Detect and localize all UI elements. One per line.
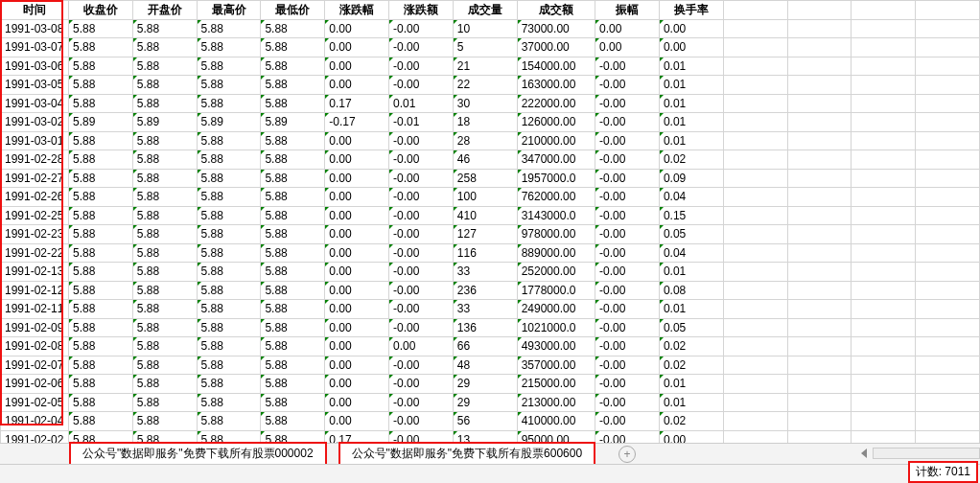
cell[interactable]: 1991-02-28 — [1, 150, 69, 170]
cell[interactable]: -0.00 — [389, 169, 454, 188]
cell-empty[interactable] — [916, 150, 980, 170]
cell[interactable]: 5.88 — [261, 19, 325, 38]
cell-empty[interactable] — [916, 169, 980, 188]
cell-empty[interactable] — [723, 150, 787, 170]
cell[interactable]: 5.88 — [197, 57, 261, 76]
cell[interactable]: -0.00 — [389, 38, 454, 58]
cell[interactable]: 5.88 — [197, 300, 261, 319]
cell[interactable]: 0.00 — [595, 19, 660, 38]
cell[interactable]: 66 — [453, 337, 517, 356]
cell[interactable]: 0.00 — [325, 188, 389, 207]
cell[interactable]: 0.02 — [659, 356, 723, 375]
cell-empty[interactable] — [916, 375, 980, 394]
cell[interactable]: 1991-03-02 — [1, 113, 69, 132]
cell[interactable]: 5.88 — [261, 281, 325, 300]
cell[interactable]: 5.88 — [261, 206, 325, 225]
cell-empty[interactable] — [916, 356, 980, 375]
cell[interactable]: 5.88 — [261, 356, 325, 375]
cell[interactable]: 5.88 — [68, 318, 132, 337]
cell-empty[interactable] — [787, 412, 852, 431]
cell[interactable]: 5.88 — [68, 38, 132, 58]
cell[interactable]: 5.88 — [68, 281, 132, 300]
cell[interactable]: 5.88 — [261, 131, 325, 150]
cell[interactable]: 762000.00 — [517, 188, 595, 207]
cell[interactable]: -0.00 — [389, 243, 454, 263]
cell[interactable]: 0.01 — [659, 263, 723, 282]
cell-empty[interactable] — [916, 393, 980, 412]
col-header[interactable]: 成交额 — [517, 1, 595, 20]
cell[interactable]: 1991-02-07 — [1, 356, 69, 375]
cell[interactable]: 0.01 — [659, 300, 723, 319]
cell[interactable]: 5.88 — [132, 169, 197, 188]
cell-empty[interactable] — [852, 393, 916, 412]
cell[interactable]: 5.88 — [261, 263, 325, 282]
cell[interactable]: -0.00 — [389, 375, 454, 394]
cell[interactable]: 357000.00 — [517, 356, 595, 375]
cell-empty[interactable] — [852, 188, 916, 207]
cell[interactable]: 5.88 — [68, 131, 132, 150]
cell[interactable]: 5.88 — [261, 393, 325, 412]
cell[interactable]: -0.00 — [595, 113, 660, 132]
cell[interactable]: 1991-02-23 — [1, 225, 69, 244]
cell-empty[interactable] — [787, 243, 852, 263]
cell-empty[interactable] — [852, 300, 916, 319]
cell[interactable]: 0.00 — [325, 19, 389, 38]
cell[interactable]: 1021000.0 — [517, 318, 595, 337]
col-header[interactable]: 成交量 — [453, 1, 517, 20]
cell[interactable]: 258 — [453, 169, 517, 188]
cell[interactable]: 0.00 — [325, 206, 389, 225]
cell[interactable]: 5.88 — [261, 337, 325, 356]
cell[interactable]: 0.04 — [659, 243, 723, 263]
cell[interactable]: 5.88 — [261, 188, 325, 207]
cell-empty[interactable] — [852, 57, 916, 76]
cell[interactable]: -0.00 — [595, 57, 660, 76]
cell[interactable]: 0.00 — [325, 131, 389, 150]
cell-empty[interactable] — [723, 94, 787, 113]
cell[interactable]: 46 — [453, 150, 517, 170]
cell[interactable]: 5.88 — [197, 131, 261, 150]
cell[interactable]: -0.00 — [595, 169, 660, 188]
cell[interactable]: -0.00 — [595, 281, 660, 300]
cell[interactable]: 5.88 — [197, 76, 261, 95]
cell[interactable]: 5.88 — [68, 393, 132, 412]
cell[interactable]: 1991-03-08 — [1, 19, 69, 38]
cell-empty[interactable] — [723, 113, 787, 132]
cell[interactable]: -0.00 — [595, 263, 660, 282]
cell-empty[interactable] — [787, 94, 852, 113]
cell[interactable]: 5.88 — [261, 318, 325, 337]
cell[interactable]: -0.00 — [389, 300, 454, 319]
cell[interactable]: 5.88 — [68, 337, 132, 356]
cell-empty[interactable] — [723, 19, 787, 38]
cell[interactable]: 347000.00 — [517, 150, 595, 170]
cell[interactable]: -0.17 — [325, 113, 389, 132]
cell[interactable]: 1991-02-02 — [1, 430, 69, 443]
cell[interactable]: -0.00 — [389, 225, 454, 244]
sheet-tab[interactable]: 公众号"数据即服务"免费下载所有股票600600 — [338, 442, 596, 466]
cell[interactable]: -0.00 — [389, 206, 454, 225]
cell[interactable]: 1991-02-09 — [1, 318, 69, 337]
cell[interactable]: 28 — [453, 131, 517, 150]
cell-empty[interactable] — [787, 430, 852, 443]
cell[interactable]: 0.05 — [659, 225, 723, 244]
cell[interactable]: 33 — [453, 300, 517, 319]
cell[interactable]: 0.01 — [659, 113, 723, 132]
cell[interactable]: 1991-03-04 — [1, 94, 69, 113]
cell[interactable]: 5.88 — [68, 188, 132, 207]
cell[interactable]: 5.88 — [132, 57, 197, 76]
cell-empty[interactable] — [723, 57, 787, 76]
cell[interactable]: -0.00 — [389, 19, 454, 38]
cell[interactable]: 0.17 — [325, 94, 389, 113]
cell[interactable]: 5.89 — [197, 113, 261, 132]
cell[interactable]: 1991-03-07 — [1, 38, 69, 58]
cell[interactable]: 5.88 — [261, 375, 325, 394]
cell[interactable]: 222000.00 — [517, 94, 595, 113]
cell[interactable]: 0.02 — [659, 337, 723, 356]
cell[interactable]: 5.88 — [261, 57, 325, 76]
cell-empty[interactable] — [852, 430, 916, 443]
cell[interactable]: 127 — [453, 225, 517, 244]
cell-empty[interactable] — [723, 281, 787, 300]
cell[interactable]: -0.00 — [595, 225, 660, 244]
cell[interactable]: 5.89 — [132, 113, 197, 132]
cell-empty[interactable] — [916, 412, 980, 431]
cell[interactable]: 56 — [453, 412, 517, 431]
